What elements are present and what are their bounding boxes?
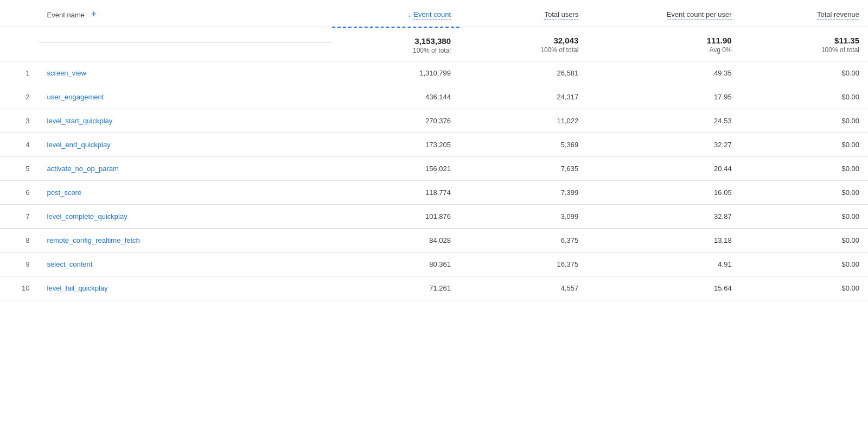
row-event-count: 80,361 xyxy=(332,252,459,276)
table-row: 7level_complete_quickplay101,8763,09932.… xyxy=(0,204,868,228)
row-total-revenue: $0.00 xyxy=(741,252,868,276)
row-event-count-per-user: 32.27 xyxy=(587,133,740,156)
event-count-per-user-col-header[interactable]: Event count per user xyxy=(587,0,740,27)
totals-total-revenue-value: $11.35 xyxy=(749,36,859,45)
row-event-count: 1,310,799 xyxy=(332,61,459,85)
total-revenue-label: Total revenue xyxy=(817,10,859,20)
row-total-revenue: $0.00 xyxy=(741,133,868,156)
row-total-revenue: $0.00 xyxy=(741,109,868,133)
totals-event-count-value: 3,153,380 xyxy=(341,36,451,46)
event-name-link[interactable]: screen_view xyxy=(47,69,86,77)
row-event-count-per-user: 49.35 xyxy=(587,61,740,85)
row-event-count: 118,774 xyxy=(332,180,459,204)
row-rank: 9 xyxy=(0,252,39,276)
totals-event-count-per-user-value: 111.90 xyxy=(596,36,731,45)
row-total-revenue: $0.00 xyxy=(741,180,868,204)
row-total-users: 16,375 xyxy=(459,252,587,276)
event-name-link[interactable]: select_content xyxy=(47,260,93,268)
event-count-label: Event count xyxy=(413,10,451,20)
table-row: 1screen_view1,310,79926,58149.35$0.00 xyxy=(0,61,868,85)
row-total-users: 7,635 xyxy=(459,156,587,180)
row-event-count: 436,144 xyxy=(332,85,459,109)
totals-event-name-cell xyxy=(39,27,332,43)
events-table: Event name + ↓Event count Total users Ev… xyxy=(0,0,868,300)
row-total-users: 26,581 xyxy=(459,61,587,85)
row-total-users: 7,399 xyxy=(459,180,587,204)
event-name-link[interactable]: activate_no_op_param xyxy=(47,165,119,173)
row-rank: 6 xyxy=(0,180,39,204)
row-event-count-per-user: 17.95 xyxy=(587,85,740,109)
row-event-count-per-user: 13.18 xyxy=(587,228,740,252)
total-users-col-header[interactable]: Total users xyxy=(459,0,587,27)
table-row: 6post_score118,7747,39916.05$0.00 xyxy=(0,180,868,204)
row-event-count-per-user: 16.05 xyxy=(587,180,740,204)
row-event-count: 156,021 xyxy=(332,156,459,180)
totals-event-count-cell: 3,153,380 100% of total xyxy=(332,27,459,61)
row-event-count: 71,261 xyxy=(332,276,459,300)
row-event-name-cell: select_content xyxy=(39,252,332,276)
total-users-label: Total users xyxy=(544,10,578,20)
row-event-name-cell: level_end_quickplay xyxy=(39,133,332,156)
totals-total-users-sub: 100% of total xyxy=(468,46,578,54)
add-column-icon[interactable]: + xyxy=(91,9,97,20)
event-name-link[interactable]: level_fail_quickplay xyxy=(47,284,108,292)
sort-arrow-icon: ↓ xyxy=(408,10,412,18)
row-rank: 8 xyxy=(0,228,39,252)
row-total-users: 3,099 xyxy=(459,204,587,228)
table-row: 9select_content80,36116,3754.91$0.00 xyxy=(0,252,868,276)
totals-row: 3,153,380 100% of total 32,043 100% of t… xyxy=(0,27,868,61)
totals-total-revenue-sub: 100% of total xyxy=(749,46,859,54)
row-event-count-per-user: 15.64 xyxy=(587,276,740,300)
event-name-label: Event name xyxy=(47,11,85,19)
table-row: 4level_end_quickplay173,2055,36932.27$0.… xyxy=(0,133,868,156)
event-name-link[interactable]: level_complete_quickplay xyxy=(47,212,127,220)
totals-total-users-cell: 32,043 100% of total xyxy=(459,27,587,61)
totals-event-count-sub: 100% of total xyxy=(341,47,451,54)
total-revenue-col-header[interactable]: Total revenue xyxy=(741,0,868,27)
row-event-name-cell: user_engagement xyxy=(39,85,332,109)
table-row: 3level_start_quickplay270,37611,02224.53… xyxy=(0,109,868,133)
row-event-name-cell: post_score xyxy=(39,180,332,204)
event-name-link[interactable]: level_end_quickplay xyxy=(47,141,111,149)
row-event-count: 270,376 xyxy=(332,109,459,133)
table-row: 5activate_no_op_param156,0217,63520.44$0… xyxy=(0,156,868,180)
totals-total-revenue-cell: $11.35 100% of total xyxy=(741,27,868,61)
row-total-revenue: $0.00 xyxy=(741,228,868,252)
row-event-name-cell: level_fail_quickplay xyxy=(39,276,332,300)
row-event-name-cell: activate_no_op_param xyxy=(39,156,332,180)
row-rank: 10 xyxy=(0,276,39,300)
totals-rank-cell xyxy=(0,27,39,61)
event-name-link[interactable]: user_engagement xyxy=(47,93,104,101)
row-event-count-per-user: 20.44 xyxy=(587,156,740,180)
row-event-name-cell: screen_view xyxy=(39,61,332,85)
event-name-link[interactable]: level_start_quickplay xyxy=(47,117,113,125)
table-row: 2user_engagement436,14424,31717.95$0.00 xyxy=(0,85,868,109)
row-event-count-per-user: 32.87 xyxy=(587,204,740,228)
row-total-revenue: $0.00 xyxy=(741,61,868,85)
rank-col-header xyxy=(0,0,39,27)
event-count-per-user-label: Event count per user xyxy=(667,10,732,20)
row-rank: 1 xyxy=(0,61,39,85)
row-total-users: 6,375 xyxy=(459,228,587,252)
row-event-count-per-user: 24.53 xyxy=(587,109,740,133)
row-rank: 4 xyxy=(0,133,39,156)
event-name-col-header: Event name + xyxy=(39,0,332,27)
totals-event-count-per-user-sub: Avg 0% xyxy=(596,46,731,54)
totals-total-users-value: 32,043 xyxy=(468,36,578,45)
row-rank: 3 xyxy=(0,109,39,133)
event-name-link[interactable]: post_score xyxy=(47,188,82,197)
totals-event-count-per-user-cell: 111.90 Avg 0% xyxy=(587,27,740,61)
row-event-name-cell: level_start_quickplay xyxy=(39,109,332,133)
table-header-row: Event name + ↓Event count Total users Ev… xyxy=(0,0,868,27)
event-count-col-header[interactable]: ↓Event count xyxy=(332,0,459,27)
row-event-name-cell: remote_config_realtime_fetch xyxy=(39,228,332,252)
row-total-revenue: $0.00 xyxy=(741,156,868,180)
row-event-count-per-user: 4.91 xyxy=(587,252,740,276)
row-event-name-cell: level_complete_quickplay xyxy=(39,204,332,228)
row-rank: 5 xyxy=(0,156,39,180)
row-total-revenue: $0.00 xyxy=(741,85,868,109)
event-name-link[interactable]: remote_config_realtime_fetch xyxy=(47,236,140,244)
row-event-count: 173,205 xyxy=(332,133,459,156)
row-total-users: 11,022 xyxy=(459,109,587,133)
row-rank: 7 xyxy=(0,204,39,228)
